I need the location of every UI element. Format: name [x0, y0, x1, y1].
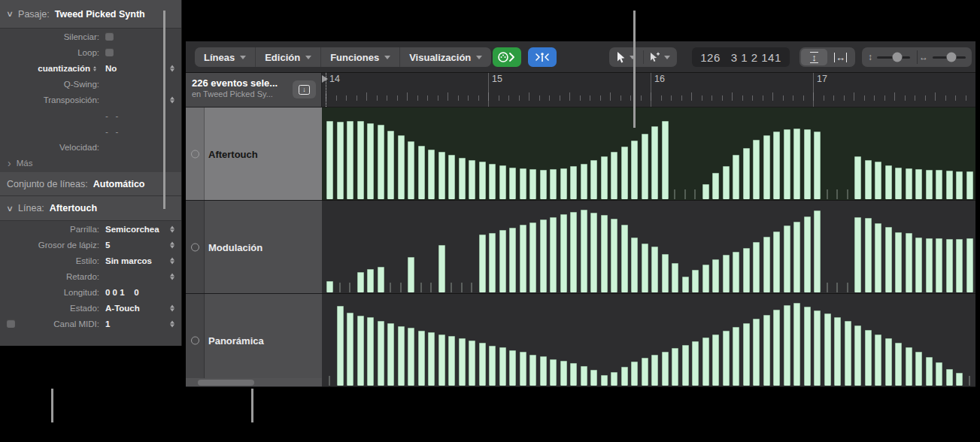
- step-value-bar[interactable]: [956, 239, 963, 292]
- stepper-icon[interactable]: [170, 320, 174, 327]
- lane-header[interactable]: Aftertouch: [186, 107, 322, 201]
- step-value-bar[interactable]: [357, 316, 364, 386]
- playhead-position-display[interactable]: 126 3 1 2 141: [692, 47, 790, 67]
- step-value-bar[interactable]: [814, 132, 821, 199]
- step-value-bar[interactable]: [601, 156, 608, 199]
- step-value-bar[interactable]: [824, 313, 831, 386]
- step-value-bar[interactable]: [926, 170, 933, 199]
- bar-ruler[interactable]: 14151617: [322, 73, 975, 107]
- step-value-bar[interactable]: [733, 252, 739, 292]
- vertical-zoom-slider[interactable]: ↕: [868, 52, 910, 62]
- step-value-bar[interactable]: [398, 326, 405, 386]
- stepper-icon[interactable]: [170, 226, 174, 232]
- menu-funciones[interactable]: Funciones: [321, 47, 400, 67]
- step-value-bar[interactable]: [793, 222, 800, 292]
- step-value-bar[interactable]: [682, 277, 689, 292]
- scrollbar-thumb[interactable]: [198, 380, 254, 386]
- step-value-bar[interactable]: [570, 363, 577, 386]
- step-value-bar[interactable]: [408, 328, 414, 386]
- step-value-bar[interactable]: [459, 338, 466, 386]
- step-value-bar[interactable]: [854, 156, 861, 199]
- step-value-bar[interactable]: [723, 166, 730, 199]
- step-value-bar[interactable]: [926, 357, 933, 386]
- step-value-bar[interactable]: [743, 323, 750, 386]
- step-value-bar[interactable]: [753, 242, 760, 292]
- secondary-tool-button[interactable]: [644, 47, 678, 67]
- step-value-bar[interactable]: [702, 184, 709, 199]
- step-value-bar[interactable]: [540, 170, 547, 199]
- stepper-icon[interactable]: [170, 241, 174, 248]
- step-value-bar[interactable]: [906, 233, 912, 292]
- step-value-bar[interactable]: [469, 160, 475, 199]
- step-value-bar[interactable]: [448, 336, 455, 386]
- step-value-bar[interactable]: [692, 270, 699, 292]
- step-value-bar[interactable]: [570, 166, 577, 199]
- step-value-bar[interactable]: [499, 230, 506, 292]
- step-value-bar[interactable]: [662, 121, 669, 199]
- step-value-bar[interactable]: [611, 152, 617, 199]
- lane-header[interactable]: Panorámica: [186, 294, 322, 387]
- step-value-bar[interactable]: [428, 150, 435, 199]
- stepper-icon[interactable]: [170, 304, 174, 311]
- step-value-bar[interactable]: [865, 160, 872, 199]
- step-value-bar[interactable]: [936, 170, 942, 199]
- parameter-row[interactable]: Q-Swing:: [0, 76, 181, 92]
- parameter-value[interactable]: - -: [105, 111, 118, 120]
- step-value-bar[interactable]: [540, 219, 547, 292]
- step-value-bar[interactable]: [367, 269, 374, 292]
- catch-button[interactable]: ↓: [293, 80, 316, 98]
- step-value-bar[interactable]: [854, 217, 861, 292]
- step-value-bar[interactable]: [631, 238, 638, 292]
- step-value-bar[interactable]: [753, 140, 760, 199]
- parameter-row[interactable]: Transposición:: [0, 92, 181, 107]
- menu-visualizacion[interactable]: Visualización: [400, 47, 491, 67]
- step-value-bar[interactable]: [529, 355, 536, 386]
- lane-step-chart[interactable]: [322, 201, 975, 294]
- step-value-bar[interactable]: [946, 239, 953, 292]
- parameter-row[interactable]: Loop:: [0, 44, 181, 60]
- step-value-bar[interactable]: [469, 341, 475, 386]
- step-value-bar[interactable]: [814, 310, 821, 386]
- step-value-bar[interactable]: [743, 148, 750, 199]
- step-value-bar[interactable]: [378, 125, 384, 199]
- step-value-bar[interactable]: [590, 160, 597, 199]
- step-value-bar[interactable]: [509, 168, 516, 199]
- step-value-bar[interactable]: [702, 338, 709, 386]
- step-value-bar[interactable]: [885, 227, 892, 292]
- step-value-bar[interactable]: [926, 238, 933, 292]
- parameter-row[interactable]: Parrilla:Semicorchea: [0, 221, 181, 237]
- midi-out-button[interactable]: [493, 47, 521, 67]
- horizontal-auto-zoom-button[interactable]: ↔: [827, 49, 854, 65]
- step-value-bar[interactable]: [773, 132, 780, 199]
- step-value-bar[interactable]: [489, 164, 496, 199]
- step-value-bar[interactable]: [611, 219, 617, 292]
- step-value-bar[interactable]: [672, 348, 678, 386]
- step-value-bar[interactable]: [936, 238, 942, 292]
- step-value-bar[interactable]: [773, 310, 780, 386]
- step-value-bar[interactable]: [621, 147, 628, 199]
- lane-set-header[interactable]: Conjunto de líneas: Automático: [0, 172, 181, 196]
- step-value-bar[interactable]: [418, 331, 425, 386]
- step-value-bar[interactable]: [387, 323, 394, 386]
- step-value-bar[interactable]: [438, 245, 445, 292]
- step-value-bar[interactable]: [672, 263, 678, 292]
- step-value-bar[interactable]: [479, 343, 486, 386]
- step-value-bar[interactable]: [479, 162, 486, 199]
- step-value-bar[interactable]: [723, 255, 730, 292]
- step-value-bar[interactable]: [590, 213, 597, 292]
- step-value-bar[interactable]: [743, 248, 750, 292]
- step-value-bar[interactable]: [682, 345, 689, 386]
- step-value-bar[interactable]: [326, 281, 333, 292]
- step-value-bar[interactable]: [337, 122, 344, 199]
- stepper-icon[interactable]: [170, 257, 174, 264]
- step-value-bar[interactable]: [733, 327, 739, 386]
- region-inspector-header[interactable]: ∨ Pasaje: Tweed Picked Synth: [0, 0, 181, 29]
- parameter-row[interactable]: Estado:A-Touch: [0, 300, 181, 316]
- step-value-bar[interactable]: [793, 303, 800, 386]
- lane-select-circle[interactable]: [191, 336, 199, 344]
- step-value-bar[interactable]: [357, 272, 364, 292]
- step-value-bar[interactable]: [398, 135, 405, 199]
- step-value-bar[interactable]: [570, 212, 577, 292]
- step-value-bar[interactable]: [529, 169, 536, 199]
- parameter-value[interactable]: No: [105, 64, 117, 73]
